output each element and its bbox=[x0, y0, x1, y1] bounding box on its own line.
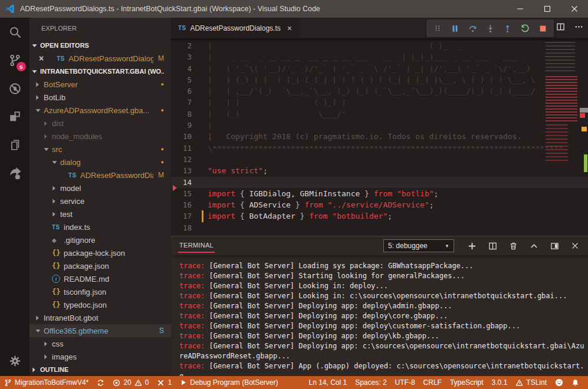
stop-button[interactable] bbox=[536, 22, 549, 35]
tree-item[interactable]: css bbox=[29, 337, 171, 350]
section-header[interactable]: OPEN EDITORS bbox=[29, 39, 171, 52]
maximize-button[interactable] bbox=[534, 0, 561, 18]
line-number: 3 bbox=[171, 51, 208, 62]
terminal-line: trace: [General Bot Server] Starting loo… bbox=[179, 271, 588, 281]
status-text: CRLF bbox=[423, 378, 442, 387]
terminal-selector-dropdown[interactable]: 5: debuggee ▼ bbox=[383, 239, 454, 252]
tree-item[interactable]: BotServer● bbox=[29, 78, 171, 91]
activity-item-extensions[interactable] bbox=[0, 103, 29, 131]
split-terminal-icon bbox=[488, 242, 497, 250]
tree-item[interactable]: service bbox=[29, 194, 171, 207]
tree-item-label: index.ts bbox=[64, 223, 90, 232]
tree-item[interactable]: Office365.gbthemeS bbox=[29, 324, 171, 337]
status-indentation[interactable]: Spaces: 2 bbox=[351, 376, 390, 389]
terminal-output[interactable]: trace: [General Bot Server] Loading sys … bbox=[171, 255, 588, 376]
step-out-button[interactable] bbox=[501, 22, 514, 35]
tree-item[interactable]: dialog● bbox=[29, 156, 171, 169]
tree-item[interactable]: dist bbox=[29, 117, 171, 130]
tree-item[interactable]: test bbox=[29, 207, 171, 220]
tree-item[interactable]: ×TSADResetPasswordDialog...M bbox=[29, 52, 171, 65]
minimize-button[interactable] bbox=[507, 0, 534, 18]
activity-item-source-control[interactable]: 5 bbox=[0, 46, 29, 74]
tree-item[interactable]: TSindex.ts bbox=[29, 220, 171, 233]
tree-item[interactable]: {}typedoc.json bbox=[29, 298, 171, 311]
code-line: 4| ( '_`\( '__)/'_` )/'_` ( '_` _ `\ /'_… bbox=[171, 63, 588, 74]
drag-grip-button[interactable] bbox=[431, 22, 444, 35]
close-editor-icon[interactable]: × bbox=[39, 54, 44, 62]
split-editor-button[interactable] bbox=[556, 22, 565, 34]
error-marker bbox=[580, 113, 585, 118]
code-text bbox=[208, 154, 588, 165]
status-encoding[interactable]: UTF-8 bbox=[391, 376, 419, 389]
log-level: trace: bbox=[179, 362, 205, 370]
tree-item[interactable]: iREADME.md bbox=[29, 272, 171, 285]
status-tasks[interactable]: 1 bbox=[153, 376, 176, 389]
stop-icon bbox=[538, 24, 547, 33]
scrollbar-thumb[interactable] bbox=[580, 108, 588, 113]
token: require bbox=[281, 235, 314, 236]
toggle-panel-position-icon bbox=[550, 242, 559, 250]
status-feedback[interactable] bbox=[551, 376, 567, 389]
tree-item[interactable]: ◆.gitignore bbox=[29, 233, 171, 246]
status-debug-target[interactable]: Debug Program (BotServer) bbox=[176, 376, 282, 389]
token: const bbox=[208, 235, 231, 236]
tree-item[interactable]: {}package-lock.json bbox=[29, 246, 171, 259]
gutter-modified-marker bbox=[202, 210, 203, 222]
debug-pointer-icon bbox=[173, 185, 180, 191]
status-eol[interactable]: CRLF bbox=[419, 376, 446, 389]
tree-item-label: test bbox=[60, 210, 73, 219]
line-number: 13 bbox=[171, 165, 208, 176]
status-notifications[interactable] bbox=[567, 376, 583, 389]
token: } bbox=[291, 200, 304, 209]
tree-item[interactable]: {}tsconfig.json bbox=[29, 285, 171, 298]
tree-item[interactable]: images bbox=[29, 350, 171, 363]
status-sync[interactable] bbox=[93, 376, 109, 389]
restart-button[interactable] bbox=[519, 22, 532, 35]
tree-item[interactable]: node_modules bbox=[29, 130, 171, 143]
status-cursor-position[interactable]: Ln 14, Col 1 bbox=[304, 376, 351, 389]
tree-item[interactable]: IntranetBot.gbot bbox=[29, 311, 171, 324]
terminal-line: trace: [General Bot Server] Looking in: … bbox=[179, 291, 588, 301]
tree-item[interactable]: BotLib bbox=[29, 91, 171, 104]
close-window-button[interactable] bbox=[561, 0, 588, 18]
tree-item[interactable]: model bbox=[29, 182, 171, 194]
section-header[interactable]: OUTLINE bbox=[29, 363, 171, 376]
tree-item[interactable]: TSADResetPasswordDial...M bbox=[29, 169, 171, 182]
token bbox=[231, 235, 235, 236]
tree-item[interactable]: src● bbox=[29, 143, 171, 156]
status-tslint[interactable]: TSLint bbox=[511, 376, 551, 389]
new-terminal-button[interactable] bbox=[467, 241, 477, 250]
step-over-button[interactable] bbox=[466, 22, 479, 35]
tab-terminal[interactable]: TERMINAL bbox=[178, 239, 215, 253]
toggle-panel-position-button[interactable] bbox=[550, 241, 559, 250]
play-icon bbox=[180, 379, 187, 386]
step-into-button[interactable] bbox=[484, 22, 497, 35]
activity-item-debug[interactable] bbox=[0, 74, 29, 103]
activity-item-search[interactable] bbox=[0, 18, 29, 46]
tab-adresetpassworddialogs[interactable]: TS ADResetPasswordDialogs.ts × bbox=[171, 18, 299, 38]
split-terminal-button[interactable] bbox=[488, 241, 497, 250]
tab-close-icon[interactable]: × bbox=[287, 24, 292, 33]
close-panel-button[interactable] bbox=[570, 241, 580, 250]
tree-item[interactable]: AzureADPasswordReset.gba...● bbox=[29, 104, 171, 117]
activity-item-documents[interactable] bbox=[0, 131, 29, 159]
tab-label: ADResetPasswordDialogs.ts bbox=[190, 24, 280, 32]
kill-terminal-button[interactable] bbox=[508, 241, 518, 250]
status-git-branch[interactable]: MigrationToBotFmwV4* bbox=[0, 376, 93, 389]
status-problems[interactable]: 200 bbox=[109, 376, 153, 389]
activity-item-share[interactable] bbox=[0, 159, 29, 187]
settings-gear-icon[interactable] bbox=[0, 348, 29, 374]
more-actions-button[interactable] bbox=[574, 22, 583, 34]
activity-bar: 5 bbox=[0, 18, 29, 376]
token: \***************************************… bbox=[208, 144, 563, 153]
status-version[interactable]: 3.0.1 bbox=[488, 376, 512, 389]
section-header[interactable]: INTRANETBOTQUICKSTART.GBAI (WO... bbox=[29, 65, 171, 78]
status-language-mode[interactable]: TypeScript bbox=[446, 376, 488, 389]
code-editor[interactable]: 2| ( )_ _3| _ __ _ __ __ _ __ _ _ __ ___… bbox=[171, 38, 588, 236]
restart-icon bbox=[521, 24, 530, 33]
minimap[interactable] bbox=[544, 39, 580, 222]
debug-icon bbox=[8, 82, 22, 95]
maximize-panel-button[interactable] bbox=[529, 241, 538, 250]
tree-item[interactable]: {}package.json bbox=[29, 259, 171, 272]
pause-button[interactable] bbox=[449, 22, 462, 35]
